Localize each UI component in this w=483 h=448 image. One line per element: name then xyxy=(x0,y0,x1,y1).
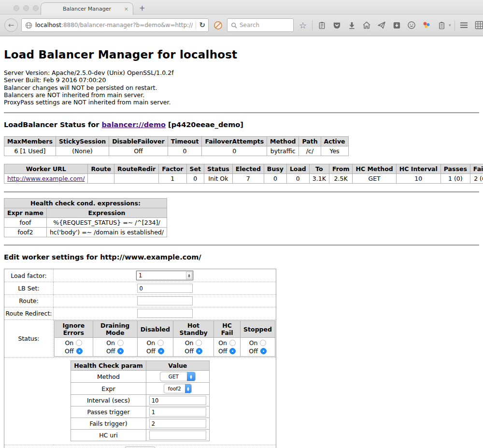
grid-panel-icon[interactable] xyxy=(473,19,483,31)
cell-status: Init Ok xyxy=(204,174,233,184)
status-cell-stopped: On Off xyxy=(241,338,275,357)
new-tab-button[interactable]: + xyxy=(139,4,145,13)
pocket-icon[interactable] xyxy=(331,19,342,31)
radio-draining-mode-on[interactable] xyxy=(117,340,124,346)
cell-factor: 1 xyxy=(159,174,186,184)
cell-maxmembers: 6 [1 Used] xyxy=(4,146,56,156)
close-window-button[interactable] xyxy=(14,5,19,11)
fails-input[interactable] xyxy=(149,419,206,428)
form-row-load-factor: Load factor: ▲▼ xyxy=(4,269,276,282)
on-label: On xyxy=(218,339,227,347)
loadbalancer-status-heading: LoadBalancer Status for balancer://demo … xyxy=(4,121,479,129)
reload-button[interactable]: ↻ xyxy=(199,21,205,29)
divider xyxy=(4,191,479,193)
chevron-down-icon[interactable]: ▾ xyxy=(449,23,451,28)
chat-icon[interactable] xyxy=(406,19,417,31)
back-button[interactable]: ← xyxy=(4,18,18,32)
cell-load: 0 xyxy=(286,174,309,184)
method-select[interactable]: GET▲▼ xyxy=(160,372,196,381)
toolbar-divider xyxy=(312,20,313,30)
col-header: Timeout xyxy=(168,137,202,146)
cell-expr-name: foof xyxy=(4,218,47,228)
status-radio-row: On Off On Off On Off On xyxy=(55,338,275,357)
expr-row: foof2 hc('body') =~ /domain is establish… xyxy=(4,228,167,237)
col-header: Status xyxy=(204,164,233,174)
load-factor-input[interactable] xyxy=(137,272,186,279)
hc-uri-input[interactable] xyxy=(149,431,206,440)
hc-fails-label: Fails trigger) xyxy=(71,418,146,430)
radio-disabled-on[interactable] xyxy=(157,340,164,346)
window-controls[interactable] xyxy=(14,5,39,11)
search-placeholder: Search xyxy=(240,22,259,29)
off-label: Off xyxy=(185,347,193,355)
home-icon[interactable] xyxy=(361,19,372,31)
cell-path: /c/ xyxy=(299,146,321,156)
route-input[interactable] xyxy=(137,296,193,305)
zoom-window-button[interactable] xyxy=(33,5,39,11)
table-title-row: Health check cond. expressions: xyxy=(4,199,167,208)
status-cell-disabled: On Off xyxy=(137,338,173,357)
menu-icon[interactable] xyxy=(458,19,470,31)
on-label: On xyxy=(65,339,73,347)
hc-method-label: Method xyxy=(71,371,146,383)
interval-input[interactable] xyxy=(149,396,206,405)
hc-uri-label: HC uri xyxy=(71,430,146,441)
route-redirect-input[interactable] xyxy=(137,309,193,318)
toolbar-divider-2 xyxy=(455,20,455,30)
cell-busy: 0 xyxy=(264,174,286,184)
radio-hot-standby-on[interactable] xyxy=(196,340,202,346)
passes-input[interactable] xyxy=(149,407,206,417)
health-check-param-table: Health Check param Value Method GET▲▼ Ex… xyxy=(71,361,210,441)
lb-set-input[interactable] xyxy=(137,284,193,293)
col-header: DisableFailover xyxy=(109,137,168,146)
url-text[interactable]: localhost:8880/balancer-manager?b=demo&w… xyxy=(35,22,193,29)
load-factor-input-wrap: ▲▼ xyxy=(136,271,193,280)
radio-hc-fail-off[interactable] xyxy=(229,348,236,354)
balancer-demo-link[interactable]: balancer://demo xyxy=(101,121,166,129)
block-images-icon[interactable] xyxy=(212,19,224,31)
radio-ignore-errors-on[interactable] xyxy=(76,340,82,346)
radio-disabled-off[interactable] xyxy=(158,348,164,354)
radio-stopped-off[interactable] xyxy=(260,348,267,354)
url-bar[interactable]: localhost:8880/balancer-manager?b=demo&w… xyxy=(21,18,209,32)
server-built-line: Server Built: Feb 9 2016 07:00:20 xyxy=(4,76,479,84)
search-bar[interactable]: Search xyxy=(227,18,294,32)
status-cell-ignore-errors: On Off xyxy=(55,338,93,357)
radio-hc-fail-on[interactable] xyxy=(229,340,236,346)
col-header: FailoverAttempts xyxy=(202,137,267,146)
cell-hc-method: GET xyxy=(353,174,396,184)
radio-stopped-on[interactable] xyxy=(260,340,266,346)
divider xyxy=(4,245,479,246)
route-label: Route: xyxy=(4,295,54,307)
hc-method-cell: GET▲▼ xyxy=(146,371,209,383)
select-stepper-icon: ▲▼ xyxy=(185,384,191,393)
browser-tab[interactable]: Balancer Manager × xyxy=(41,2,133,15)
expr-table-title: Health check cond. expressions: xyxy=(4,199,167,208)
radio-ignore-errors-off[interactable] xyxy=(76,348,83,354)
form-row-status: Status: Ignore Errors Draining Mode Disa… xyxy=(4,320,276,358)
minimize-window-button[interactable] xyxy=(23,5,29,11)
screenshot-icon[interactable] xyxy=(391,19,402,31)
bookmark-star-icon[interactable]: ☆ xyxy=(297,19,309,31)
expr-select[interactable]: foof2▲▼ xyxy=(164,384,192,393)
send-tab-icon[interactable] xyxy=(376,19,387,31)
worker-url-link[interactable]: http://www.example.com/ xyxy=(7,175,85,182)
lb-heading-suffix: [p4420eeae_demo] xyxy=(166,121,243,129)
share-colors-icon[interactable] xyxy=(421,19,432,31)
clipboard-icon[interactable] xyxy=(316,19,327,31)
cell-worker-url: http://www.example.com/ xyxy=(4,174,88,184)
status-cell-hot-standby: On Off xyxy=(173,338,213,357)
col-header: From xyxy=(329,164,353,174)
radio-hot-standby-off[interactable] xyxy=(196,348,202,354)
number-spinner-icon[interactable]: ▲▼ xyxy=(186,272,192,279)
cell-hc-interval: 10 xyxy=(396,174,440,184)
radio-draining-mode-off[interactable] xyxy=(117,348,124,354)
col-header: Expression xyxy=(46,208,167,218)
page-content: Load Balancer Manager for localhost Serv… xyxy=(0,36,483,448)
proxypass-note-line: ProxyPass settings are NOT inherited fro… xyxy=(4,99,479,106)
tab-close-icon[interactable]: × xyxy=(124,6,128,12)
container-icon[interactable] xyxy=(436,19,447,31)
back-icon: ← xyxy=(8,21,14,29)
col-header: Disabled xyxy=(137,321,173,338)
download-icon[interactable] xyxy=(346,19,357,31)
